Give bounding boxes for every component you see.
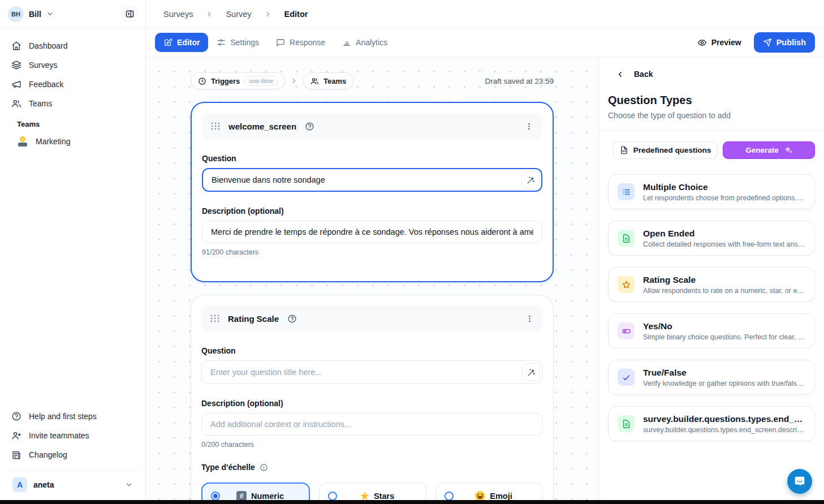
- scale-option-numeric[interactable]: # Numeric: [201, 483, 310, 500]
- account-switcher[interactable]: A aneta: [6, 470, 140, 500]
- char-count: 0/200 characters: [201, 441, 543, 449]
- type-card-yes-no[interactable]: Yes/No Simple binary choice questions. P…: [608, 313, 815, 348]
- sidebar-item-label: Dashboard: [29, 41, 68, 50]
- drag-handle-icon[interactable]: [210, 315, 219, 322]
- help-circle-icon[interactable]: [305, 122, 314, 131]
- sidebar-item-invite[interactable]: Invite teammates: [6, 426, 140, 445]
- avatar[interactable]: BH: [8, 6, 24, 22]
- breadcrumb-surveys[interactable]: Surveys: [163, 10, 193, 19]
- magic-wand-icon[interactable]: [521, 171, 540, 189]
- option-label: Stars: [374, 492, 394, 500]
- sidebar-nav: Dashboard Surveys Feedback Teams Teams M…: [0, 28, 145, 151]
- type-card-open-ended[interactable]: Open Ended Collect detailed responses wi…: [608, 221, 815, 256]
- type-title: True/False: [643, 368, 805, 378]
- generate-button[interactable]: Generate: [723, 141, 815, 159]
- file-code-icon: [620, 146, 628, 154]
- teams-chip[interactable]: Teams: [303, 72, 353, 89]
- tab-response[interactable]: Response: [268, 33, 334, 52]
- panel-buttons: Predefined questions Generate: [608, 141, 815, 159]
- pencil-square-icon: [163, 38, 172, 47]
- generate-label: Generate: [745, 146, 779, 154]
- sidebar-item-teams[interactable]: Teams: [6, 94, 140, 113]
- toggle-icon: [618, 322, 635, 339]
- question-label: Question: [202, 154, 542, 163]
- back-button[interactable]: Back: [608, 70, 815, 79]
- sidebar-item-dashboard[interactable]: Dashboard: [6, 36, 140, 55]
- screen-edge-bar: [0, 500, 824, 504]
- scale-type-row: Type d'échelle: [201, 463, 543, 472]
- breadcrumb-survey[interactable]: Survey: [226, 10, 251, 19]
- tab-label: Response: [290, 38, 325, 47]
- chevron-right-icon: [205, 10, 213, 18]
- user-plus-icon: [11, 430, 21, 441]
- avatar: A: [12, 477, 27, 492]
- description-input[interactable]: [201, 413, 543, 436]
- sidebar-item-marketing[interactable]: Marketing: [6, 132, 140, 151]
- predefined-questions-button[interactable]: Predefined questions: [613, 141, 718, 159]
- question-title-input[interactable]: [202, 168, 542, 192]
- question-card-rating-scale[interactable]: Rating Scale Question Description (optio…: [191, 295, 554, 500]
- sidebar-toggle-icon[interactable]: [122, 6, 137, 22]
- type-card-end-screen[interactable]: survey.builder.questions.types.end_scr..…: [608, 406, 815, 441]
- sidebar-item-label: Feedback: [29, 80, 63, 89]
- tab-label: Editor: [177, 38, 200, 47]
- scale-options-row: # Numeric ★ Stars: [201, 483, 543, 500]
- question-input-row: [201, 360, 543, 384]
- users-icon: [11, 98, 21, 109]
- type-card-true-false[interactable]: True/False Verify knowledge or gather op…: [608, 360, 815, 395]
- type-desc: Allow respondents to rate on a numeric, …: [643, 287, 805, 295]
- sidebar-item-help[interactable]: Help and first steps: [6, 407, 140, 426]
- question-card-welcome-screen[interactable]: welcome_screen Question Description (opt…: [191, 102, 554, 282]
- technologist-emoji: [17, 136, 28, 147]
- scale-option-emoji[interactable]: Emoji: [435, 483, 543, 500]
- panel-title: Question Types: [608, 94, 815, 107]
- document-icon: [618, 415, 635, 432]
- help-circle-icon: [11, 411, 21, 421]
- description-input-row: [202, 221, 542, 243]
- preview-button[interactable]: Preview: [697, 38, 741, 48]
- chat-launcher[interactable]: [787, 469, 812, 494]
- sidebar-item-label: Changelog: [29, 450, 67, 459]
- app-shell: BH Bill Dashboard Surveys Feedback: [0, 0, 824, 500]
- sidebar: BH Bill Dashboard Surveys Feedback: [0, 0, 146, 500]
- type-desc: Verify knowledge or gather opinions with…: [643, 380, 805, 387]
- sparkles-icon: [784, 146, 792, 154]
- type-desc: Simple binary choice questions. Perfect …: [643, 333, 805, 341]
- workspace-user-name[interactable]: Bill: [29, 10, 41, 19]
- sidebar-item-surveys[interactable]: Surveys: [6, 55, 140, 75]
- team-item-label: Marketing: [36, 137, 70, 146]
- question-title-input[interactable]: [201, 360, 543, 384]
- type-desc: survey.builder.questions.types.end_scree…: [643, 426, 805, 434]
- sidebar-item-changelog[interactable]: Changelog: [6, 445, 140, 464]
- eye-icon: [697, 38, 707, 48]
- sidebar-item-feedback[interactable]: Feedback: [6, 75, 140, 94]
- type-card-rating-scale[interactable]: Rating Scale Allow respondents to rate o…: [608, 267, 815, 302]
- triggers-chip-label: Triggers: [211, 77, 240, 85]
- tab-settings[interactable]: Settings: [208, 33, 268, 52]
- tab-editor[interactable]: Editor: [155, 33, 208, 52]
- tab-analytics[interactable]: Analytics: [334, 33, 396, 52]
- drag-handle-icon[interactable]: [211, 122, 220, 130]
- newspaper-icon: [11, 450, 21, 460]
- info-icon[interactable]: [260, 463, 268, 472]
- chevron-down-icon: [125, 481, 133, 489]
- radio-icon: [445, 492, 454, 500]
- chevron-down-icon[interactable]: [46, 10, 54, 18]
- star-emoji-icon: ★: [360, 491, 369, 500]
- question-card-title: welcome_screen: [228, 122, 296, 131]
- teams-chip-label: Teams: [323, 77, 346, 85]
- help-circle-icon[interactable]: [287, 314, 297, 324]
- predefined-label: Predefined questions: [633, 146, 711, 154]
- scale-option-stars[interactable]: ★ Stars: [319, 483, 426, 500]
- magic-wand-icon[interactable]: [522, 363, 540, 381]
- kebab-menu-icon[interactable]: [525, 122, 533, 131]
- kebab-menu-icon[interactable]: [525, 315, 534, 323]
- description-input[interactable]: [202, 221, 542, 243]
- radio-checked-icon: [211, 492, 220, 500]
- publish-button[interactable]: Publish: [754, 32, 815, 53]
- draft-status: Draft saved at 23:59: [485, 77, 554, 85]
- message-square-icon: [276, 38, 285, 47]
- type-desc: Let respondents choose from predefined o…: [643, 194, 805, 202]
- triggers-chip[interactable]: Triggers one-time: [191, 72, 285, 89]
- type-card-multiple-choice[interactable]: Multiple Choice Let respondents choose f…: [608, 174, 815, 209]
